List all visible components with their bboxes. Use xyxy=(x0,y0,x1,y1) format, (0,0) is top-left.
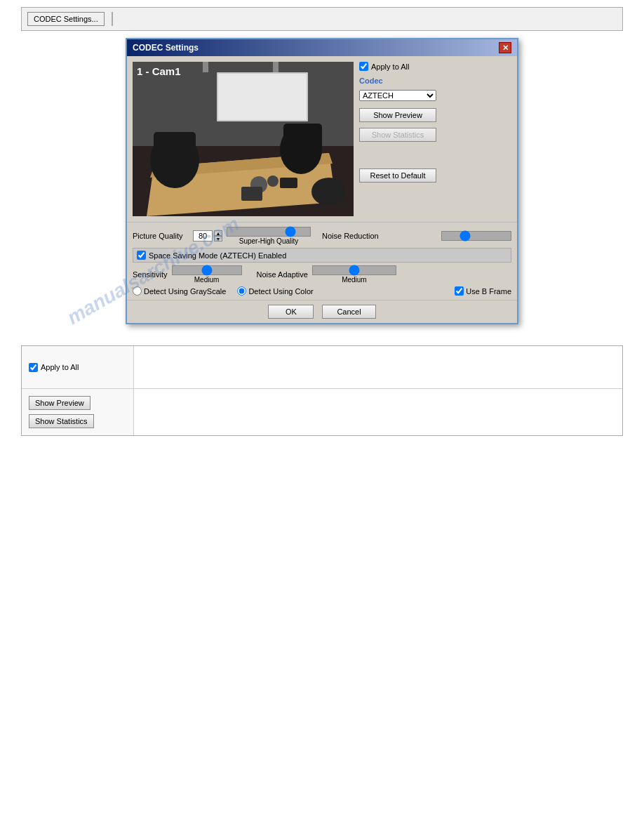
noise-reduction-label: Noise Reduction xyxy=(322,232,379,240)
doc-left-show-preview: Show Preview Show Statistics xyxy=(22,389,134,435)
detect-grayscale-label: Detect Using GrayScale xyxy=(144,287,226,296)
svg-rect-10 xyxy=(283,124,322,155)
quality-row: Picture Quality ▲ ▼ Super-High Quality N… xyxy=(133,227,511,245)
right-panel: Apply to All Codec AZTECH H264 MJPEG Sho… xyxy=(359,62,511,216)
sensitivity-slider[interactable] xyxy=(172,265,242,275)
dialog-wrapper: CODEC Settings ✕ xyxy=(0,38,644,324)
svg-rect-17 xyxy=(273,62,279,72)
apply-to-all-row: Apply to All xyxy=(359,62,511,71)
quality-value-container: ▲ ▼ xyxy=(193,230,222,241)
svg-point-11 xyxy=(311,178,347,206)
noise-slider-container xyxy=(441,231,511,241)
svg-rect-8 xyxy=(154,132,196,167)
noise-adaptive-label: Noise Adaptive xyxy=(257,270,308,279)
apply-all-doc-container: Apply to All xyxy=(29,363,79,372)
quality-spin-up[interactable]: ▲ xyxy=(214,230,222,236)
show-preview-button[interactable]: Show Preview xyxy=(359,108,436,122)
noise-adaptive-slider-container: Medium xyxy=(312,265,396,284)
doc-row-show-preview: Show Preview Show Statistics xyxy=(22,389,622,435)
quality-number-input[interactable] xyxy=(193,230,213,241)
doc-left-apply-to-all: Apply to All xyxy=(22,346,134,388)
doc-area: Apply to All Show Preview Show Statistic… xyxy=(21,345,623,436)
sensitivity-slider-container: Medium xyxy=(172,265,242,284)
noise-adaptive-slider[interactable] xyxy=(312,265,396,275)
dialog-title: CODEC Settings xyxy=(133,43,199,53)
dialog-close-button[interactable]: ✕ xyxy=(499,42,511,53)
svg-rect-14 xyxy=(241,187,262,201)
cam-image: 1 - Cam1 xyxy=(133,62,354,216)
codec-section-label: Codec xyxy=(359,77,511,85)
cam-label: 1 - Cam1 xyxy=(137,65,181,77)
detect-color-label: Detect Using Color xyxy=(248,287,313,296)
doc-apply-all-label: Apply to All xyxy=(41,363,79,371)
space-saving-checkbox[interactable] xyxy=(137,251,146,260)
cam-svg xyxy=(133,62,354,216)
dialog-footer: OK Cancel xyxy=(127,300,517,323)
quality-slider-label: Super-High Quality xyxy=(239,237,298,245)
detect-color-radio[interactable] xyxy=(237,286,246,296)
dialog-body: 1 - Cam1 Apply to All Codec AZTECH H264 … xyxy=(127,56,517,222)
detect-grayscale-radio[interactable] xyxy=(133,286,142,296)
codec-settings-dialog: CODEC Settings ✕ xyxy=(126,38,518,324)
doc-show-preview-button[interactable]: Show Preview xyxy=(29,396,90,410)
detect-color-option: Detect Using Color xyxy=(237,286,313,296)
use-b-frame-row: Use B Frame xyxy=(455,286,511,296)
picture-quality-label: Picture Quality xyxy=(133,232,189,240)
doc-right-show-preview xyxy=(134,389,622,435)
quality-slider[interactable] xyxy=(227,227,311,237)
dialog-titlebar: CODEC Settings ✕ xyxy=(127,39,517,56)
quality-spin-down[interactable]: ▼ xyxy=(214,236,222,241)
cam-preview-area: 1 - Cam1 xyxy=(133,62,354,216)
svg-rect-16 xyxy=(203,62,208,72)
noise-reduction-slider[interactable] xyxy=(441,231,511,241)
doc-right-apply-to-all xyxy=(134,346,622,388)
detect-row: Detect Using GrayScale Detect Using Colo… xyxy=(133,286,511,296)
detect-grayscale-option: Detect Using GrayScale xyxy=(133,286,226,296)
sensitivity-slider-label: Medium xyxy=(194,276,220,284)
svg-point-13 xyxy=(267,176,279,187)
reset-to-default-button[interactable]: Reset to Default xyxy=(359,168,436,183)
divider xyxy=(112,12,113,26)
codec-settings-top-button[interactable]: CODEC Settings... xyxy=(27,12,105,26)
apply-to-all-checkbox[interactable] xyxy=(359,62,368,71)
use-b-frame-label: Use B Frame xyxy=(466,287,511,296)
noise-adaptive-slider-label: Medium xyxy=(342,276,367,284)
quality-spin-buttons: ▲ ▼ xyxy=(214,230,222,241)
top-bar: CODEC Settings... xyxy=(21,7,623,31)
quality-slider-container: Super-High Quality xyxy=(227,227,311,245)
doc-apply-all-checkbox[interactable] xyxy=(29,363,38,372)
svg-rect-15 xyxy=(280,178,297,188)
doc-row-apply-to-all: Apply to All xyxy=(22,346,622,389)
space-saving-row: Space Saving Mode (AZTECH) Enabled xyxy=(133,248,511,263)
cancel-button[interactable]: Cancel xyxy=(322,305,375,319)
dialog-settings-bottom: Picture Quality ▲ ▼ Super-High Quality N… xyxy=(127,222,517,300)
doc-show-statistics-button[interactable]: Show Statistics xyxy=(29,414,94,428)
sensitivity-row: Sensitivity Medium Noise Adaptive Medium xyxy=(133,265,511,284)
use-b-frame-checkbox[interactable] xyxy=(455,286,464,296)
codec-dropdown[interactable]: AZTECH H264 MJPEG xyxy=(359,90,436,101)
sensitivity-label: Sensitivity xyxy=(133,270,168,279)
apply-to-all-label: Apply to All xyxy=(371,62,409,71)
show-statistics-button[interactable]: Show Statistics xyxy=(359,128,436,142)
svg-rect-3 xyxy=(218,74,307,120)
ok-button[interactable]: OK xyxy=(268,305,314,319)
space-saving-label: Space Saving Mode (AZTECH) Enabled xyxy=(149,251,286,260)
